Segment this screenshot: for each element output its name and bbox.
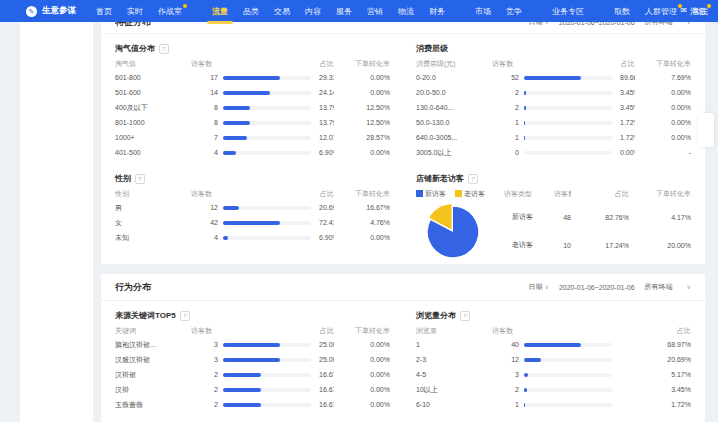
cell-count: 3 <box>191 341 223 348</box>
bar-fill <box>524 358 541 362</box>
cell-label: 130.0-640... <box>416 104 492 111</box>
column-header: 占比 <box>620 59 635 69</box>
table-row: 6-1011.72% <box>416 397 691 412</box>
table-header: 消费层级(元)访客数占比下单转化率 <box>416 57 691 70</box>
bar-fill <box>524 388 527 392</box>
nav-item-marketing[interactable]: 营销 <box>367 6 383 17</box>
nav-item-service[interactable]: 服务 <box>336 6 352 17</box>
cell-label: 1 <box>416 341 492 348</box>
bar-fill <box>223 121 250 125</box>
bar-fill <box>524 91 526 95</box>
nav-item-category[interactable]: 品类 <box>243 6 259 17</box>
column-header: 下单转化率 <box>635 59 691 69</box>
bar-fill <box>223 236 228 240</box>
bar-fill <box>524 121 525 125</box>
bar-track <box>524 358 612 362</box>
bar-fill <box>223 106 250 110</box>
bar-track <box>223 206 311 210</box>
table-row: 601-8001729.31%0.00% <box>115 70 390 85</box>
nav-item-market[interactable]: 市场 <box>475 6 491 17</box>
cell-conv: 28.57% <box>334 134 390 141</box>
table-row: 玉薇蔷薇216.67%0.00% <box>115 397 390 412</box>
bar-track <box>223 403 311 407</box>
brand-logo-icon: ✎ <box>26 6 37 17</box>
nav-item-trade[interactable]: 交易 <box>274 6 290 17</box>
table-row: 130.0-640...23.45%0.00% <box>416 100 691 115</box>
column-header: 访客数 <box>191 326 319 336</box>
cell-label: 401-500 <box>115 149 191 156</box>
column-header: 下单转化率 <box>629 189 691 199</box>
cell-count: 2 <box>492 89 524 96</box>
panel-gender: 性别? 性别访客数占比下单转化率 男1220.69%16.67%女4272.41… <box>115 170 390 261</box>
help-icon[interactable]: ? <box>135 174 145 184</box>
table-row: 汉褂216.67%0.00% <box>115 382 390 397</box>
bar-track <box>223 121 311 125</box>
cell-pct: 1.72% <box>620 401 691 408</box>
nav-item-realtime[interactable]: 实时 <box>127 6 143 17</box>
brand[interactable]: ✎ 生意参谋 <box>26 5 76 17</box>
bar-fill <box>223 206 239 210</box>
terminal-filter[interactable]: 所有终端∨ <box>645 282 691 292</box>
date-type-filter[interactable]: 日期∨ <box>528 22 548 27</box>
cell-label: 0-20.0 <box>416 74 492 81</box>
cell-count: 2 <box>191 386 223 393</box>
cell-count: 3 <box>191 356 223 363</box>
cell-conv: 0.00% <box>334 149 390 156</box>
cell-label: 1000+ <box>115 134 191 141</box>
table-row: 0-20.05289.66%7.69% <box>416 70 691 85</box>
nav-item-data-extract[interactable]: 取数 <box>614 6 630 17</box>
bar-cell <box>223 373 319 377</box>
nav-item-home[interactable]: 首页 <box>96 6 112 17</box>
legend-new-visitors[interactable]: 新访客 <box>416 189 446 199</box>
column-header: 占比 <box>620 326 691 336</box>
help-icon[interactable]: ? <box>460 311 470 321</box>
cell-pct: 13.79% <box>319 119 334 126</box>
cell-count: 12 <box>492 356 524 363</box>
column-header: 下单转化率 <box>334 326 390 336</box>
nav-item-content[interactable]: 内容 <box>305 6 321 17</box>
nav-badge <box>183 4 187 8</box>
cell-conv: 0.00% <box>334 356 390 363</box>
floating-widget[interactable] <box>698 113 714 147</box>
date-range-picker[interactable]: 2020-01-06~2020-01-06 <box>559 22 635 26</box>
nav-item-finance[interactable]: 财务 <box>429 6 445 17</box>
nav-item-competition[interactable]: 竞争 <box>506 6 522 17</box>
panel-title: 性别 <box>115 173 131 184</box>
help-icon[interactable]: ? <box>159 44 169 54</box>
date-type-filter[interactable]: 日期∨ <box>528 282 548 292</box>
help-icon[interactable]: ? <box>180 311 190 321</box>
cell-count: 2 <box>191 401 223 408</box>
cell-label: 汉褂裙 <box>115 370 191 380</box>
date-range-picker[interactable]: 2020-01-06~2020-01-06 <box>559 284 635 291</box>
bar-cell <box>524 388 620 392</box>
legend-old-visitors[interactable]: 老访客 <box>455 189 485 199</box>
column-header: 消费层级(元) <box>416 59 492 69</box>
nav-item-business-zone[interactable]: 业务专区 <box>552 6 584 17</box>
nav-item-logistics[interactable]: 物流 <box>398 6 414 17</box>
column-header: 占比 <box>319 59 334 69</box>
bar-cell <box>223 91 319 95</box>
cell-label: 男 <box>115 203 191 213</box>
cell-conv: 0.00% <box>334 386 390 393</box>
help-icon[interactable]: ? <box>468 174 478 184</box>
bar-track <box>223 136 311 140</box>
cell-pct: 3.45% <box>620 386 691 393</box>
table-row: 汉服汉褂裙325.00%0.00% <box>115 352 390 367</box>
messages-button[interactable]: ✉ 消息 <box>680 6 706 17</box>
table-header: 关键词访客数占比下单转化率 <box>115 324 390 337</box>
nav-item-war-room[interactable]: 作战室 <box>158 6 182 17</box>
panel-title: 浏览量分布 <box>416 310 456 321</box>
table-header: 浏览量访客数占比 <box>416 324 691 337</box>
nav-item-crowd-mgmt[interactable]: 人群管理 <box>645 6 677 17</box>
nav-item-traffic[interactable]: 流量 <box>212 6 228 17</box>
table-row: 400及以下813.79%12.50% <box>115 100 390 115</box>
bar-fill <box>223 136 247 140</box>
cell-conv: 0.00% <box>334 89 390 96</box>
visitors-pie-chart <box>416 203 512 261</box>
cell-label: 汉褂 <box>115 385 191 395</box>
bar-cell <box>223 206 319 210</box>
cell-conv: 0.00% <box>334 234 390 241</box>
bar-fill <box>223 76 280 80</box>
terminal-filter[interactable]: 所有终端∨ <box>645 22 691 27</box>
bar-fill <box>524 373 528 377</box>
